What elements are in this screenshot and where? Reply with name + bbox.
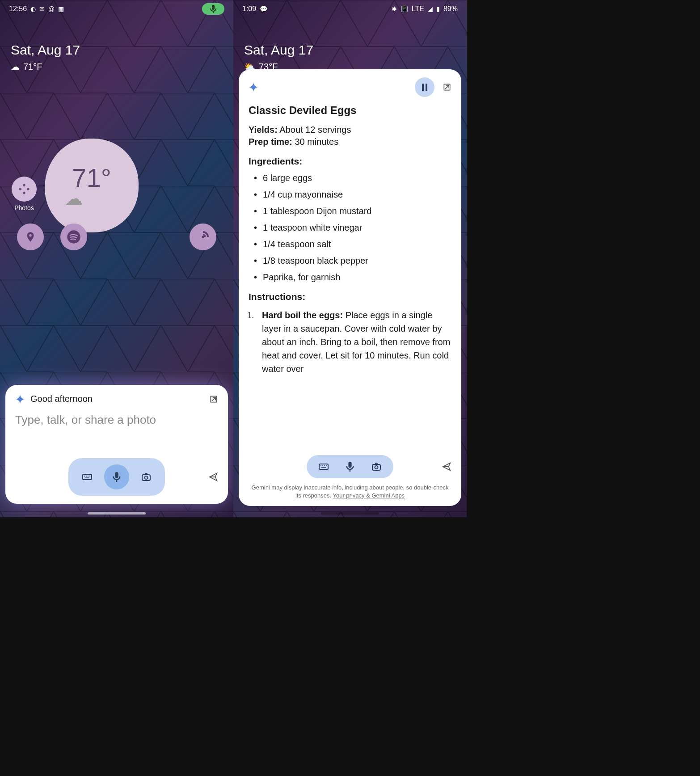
pin-icon (25, 231, 36, 243)
gemini-controls (15, 458, 218, 496)
gemini-assistant-card: Good afternoon Type, talk, or share a ph… (5, 385, 228, 504)
ingredient-item: 1/4 cup mayonnaise (254, 190, 451, 200)
recipe-title: Classic Deviled Eggs (249, 104, 451, 117)
svg-point-5 (145, 476, 148, 479)
svg-rect-4 (142, 475, 150, 481)
ingredient-item: 1/4 teaspoon salt (254, 239, 451, 249)
ingredient-item: Paprika, for garnish (254, 272, 451, 283)
weather-summary: ☁ 71°F (11, 61, 80, 72)
clock: 12:56 (9, 5, 27, 13)
input-placeholder[interactable]: Type, talk, or share a photo (15, 413, 218, 427)
spotify-app-icon[interactable] (60, 224, 87, 250)
nav-handle[interactable] (88, 512, 146, 515)
control-pill (68, 458, 165, 496)
dock-spacer (103, 224, 130, 250)
prep-value: 30 minutes (295, 137, 338, 147)
date-weather-widget[interactable]: Sat, Aug 17 ⛅ 73°F (244, 42, 313, 72)
privacy-link[interactable]: Your privacy & Gemini Apps (333, 492, 405, 499)
screen-recipe: 1:09 💬 ✱ 📳 LTE ◢ ▮ 89% Sat, Aug 17 ⛅ 73°… (233, 0, 467, 517)
gemini-spark-icon (249, 82, 258, 92)
network-type: LTE (412, 5, 424, 13)
ingredient-item: 1 tablespoon Dijon mustard (254, 206, 451, 216)
discord-icon: ◐ (30, 5, 36, 13)
date-weather-widget[interactable]: Sat, Aug 17 ☁ 71°F (11, 42, 80, 72)
open-external-icon[interactable] (209, 395, 218, 404)
yields-value: About 12 servings (279, 125, 351, 135)
prep-line: Prep time: 30 minutes (249, 137, 451, 147)
pause-icon (422, 84, 428, 91)
cloud-icon: ☁ (11, 61, 20, 72)
control-pill (307, 455, 393, 478)
pause-button[interactable] (415, 77, 434, 97)
instruction-step: Hard boil the eggs: Place eggs in a sing… (257, 308, 451, 375)
pocketcasts-app-icon[interactable] (190, 224, 216, 250)
photos-app[interactable]: Photos (12, 177, 37, 211)
microphone-icon (113, 472, 121, 482)
svg-rect-8 (426, 84, 427, 91)
camera-icon[interactable] (141, 472, 152, 482)
yields-label: Yields: (249, 125, 278, 135)
recipe-body[interactable]: Classic Deviled Eggs Yields: About 12 se… (249, 104, 451, 451)
ingredient-item: 1/8 teaspoon black pepper (254, 256, 451, 266)
svg-rect-3 (83, 474, 92, 480)
gemini-header: Good afternoon (15, 394, 218, 404)
status-bar: 12:56 ◐ ✉ @ ▦ (0, 0, 233, 18)
cloud-icon: ☁ (65, 188, 83, 209)
clock: 1:09 (242, 5, 256, 13)
screen-home: 12:56 ◐ ✉ @ ▦ Sat, Aug 17 ☁ 71°F Photos … (0, 0, 233, 517)
greeting-text: Good afternoon (30, 394, 204, 404)
chat-icon: 💬 (260, 5, 267, 13)
status-left: 1:09 💬 (242, 5, 267, 13)
ingredients-heading: Ingredients: (249, 156, 451, 167)
radial-icon (196, 230, 210, 244)
open-external-icon[interactable] (443, 83, 451, 92)
gemini-spark-icon (15, 394, 25, 404)
pinwheel-icon (18, 183, 30, 195)
status-bar: 1:09 💬 ✱ 📳 LTE ◢ ▮ 89% (233, 0, 467, 18)
weather-widget-large[interactable]: 71° ☁ (45, 139, 139, 232)
response-header (249, 77, 451, 97)
temperature: 71°F (23, 62, 42, 72)
date: Sat, Aug 17 (244, 42, 313, 58)
nav-handle[interactable] (321, 512, 379, 515)
photos-icon-circle (12, 177, 37, 202)
prep-label: Prep time: (249, 137, 292, 147)
voice-input-button[interactable] (104, 464, 129, 489)
bluetooth-icon: ✱ (392, 5, 397, 13)
camera-icon[interactable] (371, 461, 382, 472)
keyboard-icon[interactable] (82, 472, 93, 482)
send-icon[interactable] (208, 472, 218, 482)
spotify-icon (67, 230, 81, 244)
gemini-response-card: Classic Deviled Eggs Yields: About 12 se… (239, 69, 461, 506)
mic-active-pill[interactable] (202, 3, 224, 15)
bottom-controls (249, 455, 451, 478)
step-title: Hard boil the eggs: (262, 310, 343, 320)
keyboard-icon[interactable] (318, 461, 329, 472)
svg-point-2 (202, 236, 204, 238)
battery-percent: 89% (443, 5, 458, 13)
yields-line: Yields: About 12 servings (249, 125, 451, 135)
vibrate-icon: 📳 (401, 5, 408, 13)
svg-point-11 (375, 466, 378, 469)
battery-icon: ▮ (436, 5, 440, 13)
status-right: ✱ 📳 LTE ◢ ▮ 89% (392, 5, 458, 13)
news-icon: ▦ (58, 5, 64, 13)
dock (0, 224, 233, 250)
instruction-list: Hard boil the eggs: Place eggs in a sing… (249, 308, 451, 375)
microphone-icon (210, 5, 216, 13)
microphone-icon[interactable] (346, 462, 354, 472)
mail-icon: ✉ (39, 5, 45, 13)
status-left: 12:56 ◐ ✉ @ ▦ (9, 5, 64, 13)
threads-icon: @ (48, 5, 55, 13)
status-right (202, 3, 224, 15)
send-icon[interactable] (442, 462, 451, 472)
dock-spacer (146, 224, 173, 250)
disclaimer: Gemini may display inaccurate info, incl… (249, 484, 451, 500)
ingredient-list: 6 large eggs 1/4 cup mayonnaise 1 tables… (249, 173, 451, 283)
maps-app-icon[interactable] (17, 224, 44, 250)
svg-rect-10 (372, 464, 380, 470)
instructions-heading: Instructions: (249, 291, 451, 302)
signal-icon: ◢ (428, 5, 433, 13)
ingredient-item: 6 large eggs (254, 173, 451, 183)
svg-rect-7 (422, 84, 424, 91)
